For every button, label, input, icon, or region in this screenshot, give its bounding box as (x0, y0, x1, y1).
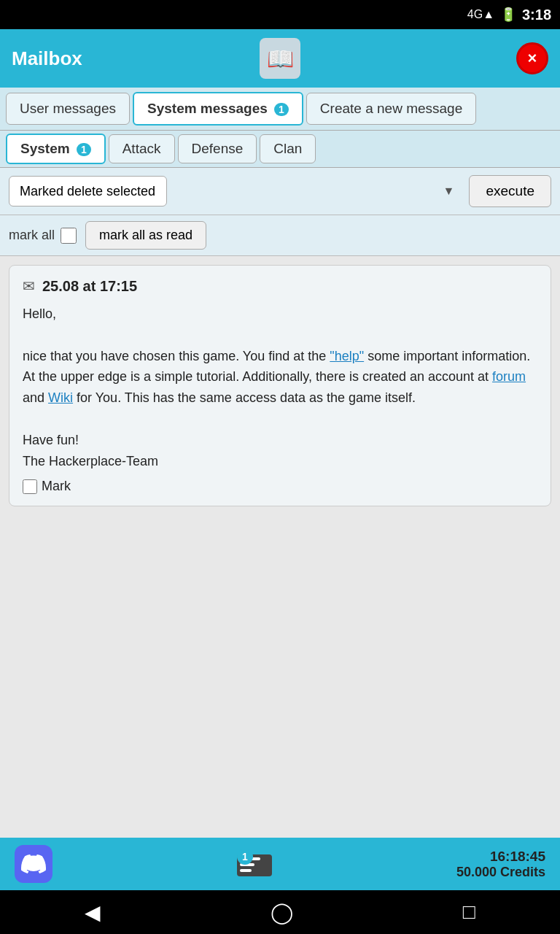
tab-user-messages[interactable]: User messages (6, 93, 130, 125)
book-icon: 📖 (260, 38, 300, 79)
action-dropdown[interactable]: Marked delete selected Mark as read Mark… (9, 176, 167, 207)
back-button[interactable]: ◀ (85, 900, 101, 925)
footer-time: 16:18:45 (456, 849, 545, 865)
mark-all-checkbox[interactable] (61, 228, 77, 244)
message-body: Hello, nice that you have chosen this ga… (23, 304, 537, 471)
home-button[interactable]: ◯ (271, 900, 293, 925)
tab-attack[interactable]: Attack (109, 134, 175, 163)
footer-badge-number: 1 (237, 849, 253, 865)
message-mark-checkbox[interactable] (23, 479, 37, 494)
message-header: ✉ 25.08 at 17:15 (23, 277, 537, 295)
main-content: ✉ 25.08 at 17:15 Hello, nice that you ha… (0, 256, 560, 522)
tab-clan[interactable]: Clan (260, 134, 316, 163)
message-text: nice that you have chosen this game. You… (23, 346, 537, 409)
mark-all-label: mark all (9, 228, 55, 243)
bottom-nav: ◀ ◯ □ (0, 890, 560, 934)
execute-button[interactable]: execute (469, 175, 551, 207)
body3-text: and (23, 390, 44, 405)
tab-system[interactable]: System 1 (6, 134, 106, 164)
forum-link[interactable]: forum (492, 369, 526, 384)
tab-create-message[interactable]: Create a new message (306, 93, 476, 125)
footer-right: 16:18:45 50.000 Credits (456, 849, 545, 880)
envelope-icon: ✉ (23, 277, 35, 295)
recents-button[interactable]: □ (463, 900, 475, 924)
status-time: 3:18 (522, 7, 551, 23)
body4-text: for You. This has the same access data a… (77, 390, 416, 405)
svg-rect-3 (240, 869, 252, 872)
mark-all-row: mark all mark all as read (0, 215, 560, 256)
help-link[interactable]: "help" (330, 349, 364, 363)
tab-defense[interactable]: Defense (178, 134, 257, 163)
wiki-link[interactable]: Wiki (48, 390, 73, 405)
tab-system-messages[interactable]: System messages 1 (133, 92, 303, 126)
footer: 1 16:18:45 50.000 Credits (0, 838, 560, 890)
message-card: ✉ 25.08 at 17:15 Hello, nice that you ha… (9, 265, 551, 506)
tabs-row1: User messages System messages 1 Create a… (0, 88, 560, 131)
body1-text: nice that you have chosen this game. You… (23, 349, 326, 363)
greeting: Hello, (23, 304, 537, 325)
footer-credits: 50.000 Credits (456, 865, 545, 880)
message-mark-label: Mark (42, 479, 71, 494)
message-date: 25.08 at 17:15 (42, 278, 137, 295)
team-name: The Hackerplace-Team (23, 451, 537, 472)
header: Mailbox 📖 × (0, 29, 560, 88)
dropdown-wrapper: Marked delete selected Mark as read Mark… (9, 176, 462, 207)
battery-icon: 🔋 (500, 7, 516, 23)
messages-badge-icon[interactable]: 1 (236, 849, 273, 879)
close-button[interactable]: × (516, 42, 548, 74)
tabs-row2: System 1 Attack Defense Clan (0, 131, 560, 168)
footer-center: 1 (236, 849, 273, 879)
signal-icon: 4G▲ (467, 8, 494, 21)
status-bar: 4G▲ 🔋 3:18 (0, 0, 560, 29)
system-messages-badge: 1 (274, 103, 289, 116)
have-fun: Have fun! (23, 430, 537, 451)
mark-all-read-button[interactable]: mark all as read (85, 221, 206, 250)
system-tab-badge: 1 (77, 143, 91, 156)
discord-icon[interactable] (15, 845, 52, 883)
message-mark-row: Mark (23, 479, 537, 494)
action-row: Marked delete selected Mark as read Mark… (0, 168, 560, 215)
dropdown-arrow-icon: ▼ (443, 185, 455, 198)
app-title: Mailbox (12, 47, 82, 70)
discord-svg (21, 852, 46, 876)
